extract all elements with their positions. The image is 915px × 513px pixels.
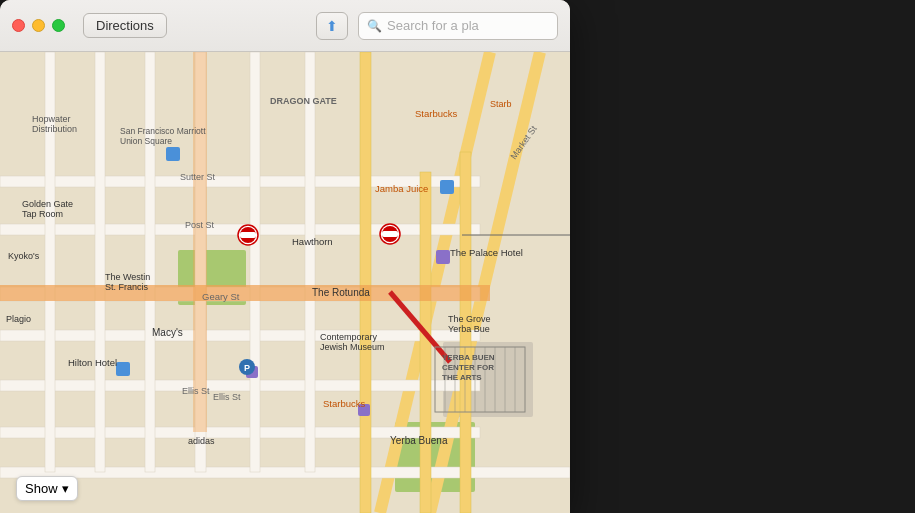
svg-rect-15 [305, 52, 315, 472]
svg-rect-33 [436, 250, 450, 264]
svg-text:THE ARTS: THE ARTS [442, 373, 482, 382]
svg-text:Hilton Hotel: Hilton Hotel [68, 357, 117, 368]
svg-text:The Palace Hotel: The Palace Hotel [450, 247, 523, 258]
svg-text:Starbucks: Starbucks [415, 108, 457, 119]
directions-label: Directions [96, 18, 154, 33]
svg-text:Contemporary: Contemporary [320, 332, 378, 342]
search-placeholder: Search for a pla [387, 18, 479, 33]
show-label: Show [25, 481, 58, 496]
svg-rect-22 [0, 285, 490, 301]
directions-button[interactable]: Directions [83, 13, 167, 38]
chevron-down-icon: ▾ [62, 481, 69, 496]
location-icon: ⬆ [326, 18, 338, 34]
svg-text:Distribution: Distribution [32, 124, 77, 134]
maps-window: Directions ⬆ 🔍 Search for a pla [0, 0, 570, 513]
svg-rect-27 [240, 232, 256, 238]
svg-rect-34 [440, 180, 454, 194]
map-container[interactable]: P Hopwater Distribution San Francisco Ma… [0, 52, 570, 513]
svg-text:Union Square: Union Square [120, 136, 172, 146]
svg-text:Yerba Bue: Yerba Bue [448, 324, 490, 334]
svg-text:Hawthorn: Hawthorn [292, 236, 333, 247]
svg-text:Macy's: Macy's [152, 327, 183, 338]
svg-rect-32 [116, 362, 130, 376]
svg-text:Tap Room: Tap Room [22, 209, 63, 219]
svg-text:P: P [244, 363, 250, 373]
svg-rect-20 [420, 172, 431, 513]
svg-text:Golden Gate: Golden Gate [22, 199, 73, 209]
maximize-button[interactable] [52, 19, 65, 32]
svg-text:Jewish Museum: Jewish Museum [320, 342, 385, 352]
show-dropdown[interactable]: Show ▾ [16, 476, 78, 501]
svg-text:Geary St: Geary St [202, 291, 240, 302]
svg-text:Starb: Starb [490, 99, 512, 109]
svg-rect-19 [360, 52, 371, 513]
svg-rect-9 [0, 330, 480, 341]
svg-text:The Rotunda: The Rotunda [312, 287, 370, 298]
search-icon: 🔍 [367, 19, 382, 33]
svg-text:The Grove: The Grove [448, 314, 491, 324]
svg-text:Sutter St: Sutter St [180, 172, 216, 182]
svg-text:Kyoko's: Kyoko's [8, 251, 40, 261]
svg-text:The Westin: The Westin [105, 272, 150, 282]
svg-text:adidas: adidas [188, 436, 215, 446]
svg-text:DRAGON GATE: DRAGON GATE [270, 96, 337, 106]
svg-text:Post St: Post St [185, 220, 215, 230]
map-svg: P Hopwater Distribution San Francisco Ma… [0, 52, 570, 513]
location-button[interactable]: ⬆ [316, 12, 348, 40]
svg-text:Yerba Buena: Yerba Buena [390, 435, 448, 446]
search-bar[interactable]: 🔍 Search for a pla [358, 12, 558, 40]
svg-rect-10 [0, 380, 480, 391]
svg-text:Jamba Juice: Jamba Juice [375, 183, 428, 194]
titlebar: Directions ⬆ 🔍 Search for a pla [0, 0, 570, 52]
svg-text:CENTER FOR: CENTER FOR [442, 363, 494, 372]
svg-text:Hopwater: Hopwater [32, 114, 71, 124]
svg-rect-14 [250, 52, 260, 472]
svg-text:Starbucks: Starbucks [323, 398, 365, 409]
svg-text:St. Francis: St. Francis [105, 282, 149, 292]
svg-text:San Francisco Marriott: San Francisco Marriott [120, 126, 206, 136]
svg-text:Ellis St: Ellis St [213, 392, 241, 402]
dark-background [570, 0, 915, 513]
close-button[interactable] [12, 19, 25, 32]
svg-text:Ellis St: Ellis St [182, 386, 210, 396]
svg-rect-23 [193, 52, 207, 432]
svg-text:Plagio: Plagio [6, 314, 31, 324]
svg-rect-16 [145, 52, 155, 472]
svg-rect-31 [166, 147, 180, 161]
svg-rect-17 [95, 52, 105, 472]
minimize-button[interactable] [32, 19, 45, 32]
svg-rect-30 [382, 231, 398, 237]
traffic-lights [12, 19, 65, 32]
svg-text:YERBA BUEN: YERBA BUEN [442, 353, 495, 362]
svg-rect-12 [0, 467, 570, 478]
